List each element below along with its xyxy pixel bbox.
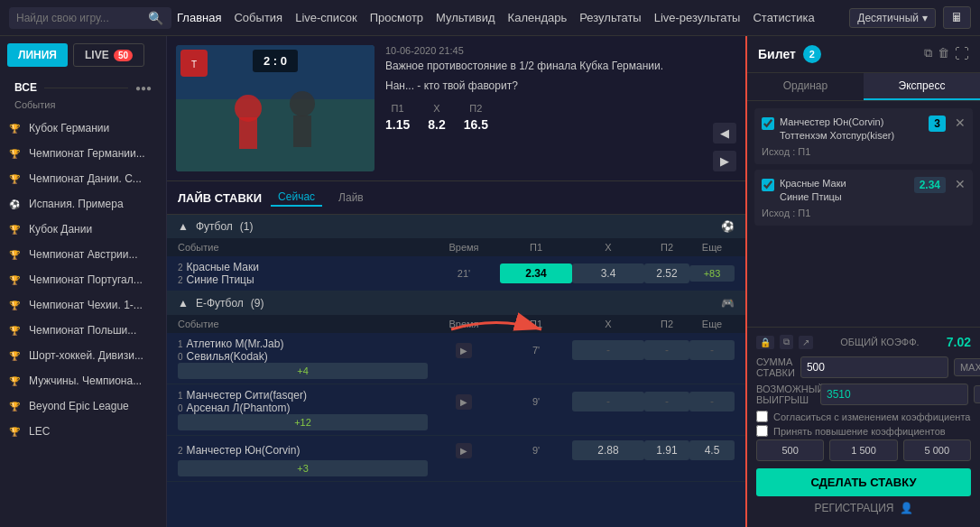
sidebar-item-10[interactable]: 🏆 Мужчины. Чемпиона...	[0, 368, 166, 393]
sidebar-item-9[interactable]: 🏆 Шорт-хоккей. Дивизи...	[0, 343, 166, 368]
sidebar-item-7[interactable]: 🏆 Чемпионат Чехии. 1-...	[0, 292, 166, 318]
efootball-odds-p2-0[interactable]: -	[689, 340, 735, 360]
nav-view[interactable]: Просмотр	[370, 11, 423, 24]
sidebar-item-5[interactable]: 🏆 Чемпионат Австрии...	[0, 242, 166, 267]
bet-team2-1: Синие Птицы	[780, 190, 909, 204]
search-box[interactable]: 🔍	[9, 7, 171, 29]
decimal-button[interactable]: Десятичный ▾	[849, 8, 936, 28]
payout-label: ВОЗМОЖНЫЙ ВЫИГРЫШ	[756, 384, 815, 405]
sidebar-item-4[interactable]: 🏆 Кубок Дании	[0, 217, 166, 242]
search-icon: 🔍	[148, 11, 163, 25]
bet-match-1: Красные Маки Синие Птицы	[780, 177, 909, 205]
main-layout: ЛИНИЯ LIVE 50 ВСЕ ●●● События 🏆 Кубок Ге…	[0, 36, 980, 527]
increase-odds-checkbox[interactable]	[756, 425, 768, 437]
tab-single[interactable]: Ординар	[747, 73, 864, 100]
efootball-odds-x-0[interactable]: -	[644, 340, 689, 360]
collapse-icon: ▲	[178, 220, 189, 233]
ticket-count-badge: 2	[803, 45, 821, 63]
stake-max-button[interactable]: MAX	[954, 358, 980, 376]
efootball-odds-p1-0[interactable]: -	[572, 340, 644, 360]
total-coeff-value: 7.02	[947, 335, 971, 349]
sidebar-item-3[interactable]: ⚽ Испания. Примера	[0, 191, 166, 217]
place-bet-button[interactable]: СДЕЛАТЬ СТАВКУ	[756, 468, 971, 496]
payout-max-button[interactable]: MAX	[974, 385, 980, 403]
sidebar-item-lec[interactable]: 🏆 LEC	[0, 419, 166, 444]
tab-now[interactable]: Сейчас	[271, 189, 322, 207]
nav-stats[interactable]: Статистика	[753, 11, 814, 24]
agree-odds-row: Согласиться с изменением коэффициента	[756, 411, 971, 422]
efootball-extra-0[interactable]: +4	[178, 363, 428, 379]
sidebar-item-6[interactable]: 🏆 Чемпионат Португал...	[0, 267, 166, 292]
video-icon-2: ▶	[456, 443, 472, 458]
stake-input[interactable]	[800, 356, 948, 378]
extra-odds-button[interactable]: +83	[689, 265, 735, 282]
efootball-odds-x-1[interactable]: -	[644, 392, 689, 411]
nav-events[interactable]: События	[234, 11, 282, 24]
register-row[interactable]: РЕГИСТРАЦИЯ 👤	[756, 496, 971, 520]
bet-outcome-1: Исход : П1	[762, 208, 966, 218]
football-event-teams: 2 Красные Маки 2 Синие Птицы	[178, 261, 428, 286]
ticket-expand-icon[interactable]: ⛶	[955, 46, 969, 62]
agree-odds-checkbox[interactable]	[756, 411, 768, 422]
ticket-trash-icon[interactable]: 🗑	[938, 46, 949, 62]
nav-calendar[interactable]: Календарь	[508, 11, 568, 24]
bet-checkbox-1[interactable]	[762, 179, 774, 191]
search-input[interactable]	[16, 12, 143, 24]
video-icon: ▶	[456, 343, 472, 358]
football-section-header[interactable]: ▲ Футбол (1) ⚽	[167, 215, 745, 238]
nav-live-results[interactable]: Live-результаты	[654, 11, 741, 24]
bet-close-0[interactable]: ✕	[955, 116, 966, 130]
efootball-section-header[interactable]: ▲ Е-Футбол (9) 🎮	[167, 291, 745, 315]
ticket-title: Билет	[758, 47, 796, 61]
efootball-extra-1[interactable]: +12	[178, 414, 428, 430]
efootball-odds-p2-1[interactable]: -	[689, 392, 735, 411]
sidebar-item-2[interactable]: 🏆 Чемпионат Дании. С...	[0, 166, 166, 191]
line-tab[interactable]: ЛИНИЯ	[7, 43, 68, 67]
tab-live-bets[interactable]: Лайв	[331, 190, 371, 206]
sidebar-item-1[interactable]: 🏆 Чемпионат Германии...	[0, 141, 166, 166]
quick-bet-500[interactable]: 500	[756, 439, 824, 461]
toggle-icon[interactable]: ●●●	[135, 83, 152, 93]
efootball-odds-p1-1[interactable]: -	[572, 392, 644, 411]
efootball-odds-p1-2[interactable]: 2.88	[572, 440, 644, 460]
efootball-count: (9)	[251, 297, 264, 310]
odds-p2-button[interactable]: 2.52	[644, 264, 689, 283]
quick-bet-5000[interactable]: 5 000	[903, 439, 971, 461]
sidebar-all-section: ВСЕ ●●● События	[0, 74, 166, 116]
odds-x-button[interactable]: 3.4	[572, 264, 644, 283]
nav-home[interactable]: Главная	[177, 11, 221, 24]
sidebar-item-8[interactable]: 🏆 Чемпионат Польши...	[0, 318, 166, 343]
efootball-odds-x-2[interactable]: 1.91	[644, 440, 689, 460]
svg-point-3	[290, 91, 315, 116]
efootball-extra-2[interactable]: +3	[178, 460, 428, 476]
bet-checkbox-0[interactable]	[762, 117, 774, 130]
live-bets-header: ЛАЙВ СТАВКИ Сейчас Лайв	[167, 181, 745, 215]
share-icon: ↗	[799, 336, 813, 349]
agree-odds-label: Согласиться с изменением коэффициента	[773, 411, 970, 422]
efootball-odds-p2-2[interactable]: 4.5	[689, 440, 735, 460]
sidebar-item-0[interactable]: 🏆 Кубок Германии	[0, 116, 166, 141]
live-tab[interactable]: LIVE 50	[73, 43, 144, 67]
quick-bet-1500[interactable]: 1 500	[829, 439, 897, 461]
header-right: Десятичный ▾ 🖩	[849, 6, 971, 29]
match-image: T 2 : 0	[176, 45, 374, 171]
odds-p1-button-active[interactable]: 2.34	[500, 264, 572, 283]
svg-rect-5	[293, 116, 311, 147]
prev-arrow-button[interactable]: ◀	[713, 123, 736, 143]
nav-results[interactable]: Результаты	[579, 11, 641, 24]
total-coeff-row: 🔒 ⧉ ↗ ОБЩИЙ КОЭФФ. 7.02	[756, 335, 971, 349]
nav-live-list[interactable]: Live-список	[295, 11, 357, 24]
tab-express[interactable]: Экспресс	[864, 73, 980, 100]
calculator-button[interactable]: 🖩	[943, 6, 971, 29]
football-ball-icon: ⚽	[721, 220, 735, 233]
match-thumbnail: T 2 : 0	[176, 45, 374, 171]
next-arrow-button[interactable]: ▶	[713, 151, 736, 171]
bet-close-1[interactable]: ✕	[955, 177, 966, 191]
sidebar-item-beyond-epic[interactable]: 🏆 Beyond Epic League	[0, 393, 166, 419]
ticket-copy-icon[interactable]: ⧉	[924, 46, 932, 62]
efootball-event-1-teams: 1 Манчестер Сити(fasqer) 0 Арсенал Л(Pha…	[178, 389, 428, 414]
svg-text:2 : 0: 2 : 0	[263, 54, 287, 68]
nav-multiview[interactable]: Мультивид	[436, 11, 495, 24]
trophy-icon: 🏆	[7, 298, 22, 312]
header: 🔍 Главная События Live-список Просмотр М…	[0, 0, 980, 36]
